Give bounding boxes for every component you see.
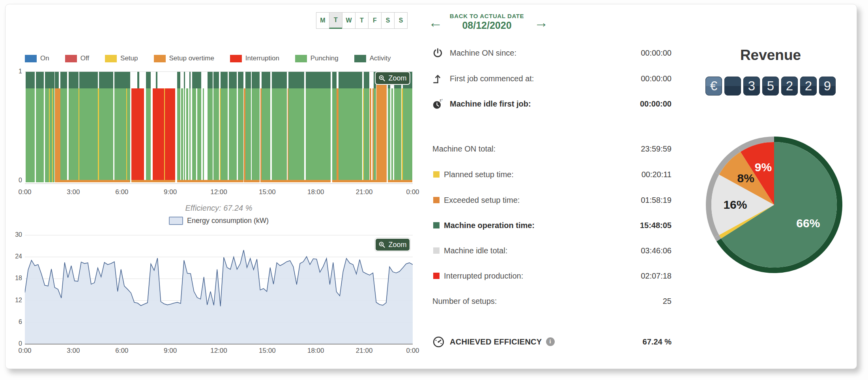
revenue-digit-tile [724,77,741,95]
power-icon [432,48,450,58]
energy-y-tick-label: 30 [9,231,22,238]
day-tab-4[interactable]: F [368,12,382,29]
stat-row: Exceeded setup time:01:58:19 [432,192,672,208]
dashboard-card: MTWTFSS ← BACK TO ACTUAL DATE 08/12/2020… [5,4,857,369]
legend-item-1: Off [65,54,89,62]
energy-y-tick-label: 24 [9,253,22,260]
punching-segment [184,88,185,182]
next-day-arrow-icon[interactable]: → [534,15,548,30]
punching-segment [288,88,304,182]
interruption-segment [153,88,164,182]
energy-zoom-label: Zoom [388,241,406,249]
overtime-segment [55,88,60,182]
stat-value: 02:07:18 [641,271,672,281]
punching-segment [203,88,204,182]
punching-segment [189,88,191,182]
activity-segment [221,72,228,88]
status-color-swatch [433,247,440,254]
punching-segment [26,88,35,182]
activity-segment [45,72,54,88]
x-tick-label: 6:00 [115,347,128,355]
stat-value: 01:58:19 [641,196,672,205]
first-job-icon [432,73,450,84]
legend-item-2: Setup [105,54,138,62]
legend-label: Setup [120,54,138,62]
stat-row: Machine operation time:15:48:05 [432,217,672,234]
x-tick-label: 0:00 [18,188,31,196]
energy-y-tick-label: 12 [9,297,22,304]
status-color-swatch [433,171,440,178]
timeline-x-axis [25,183,413,184]
revenue-digit-tile: 9 [819,77,836,95]
x-tick-label: 15:00 [259,188,276,196]
punching-segment [60,88,67,182]
energy-zoom-button[interactable]: Zoom [375,238,410,251]
energy-consumption-chart[interactable] [25,233,413,348]
stat-label: Achieved efficiency [450,337,542,346]
day-tab-2[interactable]: W [342,12,355,29]
stat-value: 00:20:11 [642,170,672,179]
x-tick-label: 0:00 [406,347,419,355]
stat-value: 03:46:06 [641,246,672,255]
machine-state-timeline-chart[interactable] [25,71,413,184]
legend-label: Interruption [245,54,279,62]
stat-label: Machine ON since: [450,49,516,58]
activity-segment [306,72,331,88]
currency-tile: € [705,77,722,95]
activity-segment [288,72,304,88]
magnifier-plus-icon [378,75,385,82]
day-tab-0[interactable]: M [316,12,329,29]
day-tab-6[interactable]: S [394,12,408,29]
punching-segment [394,88,401,182]
legend-swatch [295,55,307,62]
activity-segment [99,72,114,88]
punching-segment [99,88,114,182]
energy-legend-swatch [169,217,183,225]
day-tab-3[interactable]: T [355,12,369,29]
punching-segment [127,88,130,182]
day-tab-1[interactable]: T [329,12,342,29]
activity-segment [192,72,202,88]
revenue-counter: €35229 [705,77,836,95]
timeline-zoom-button[interactable]: Zoom [375,71,410,85]
idle-clock-icon: zz [432,98,450,110]
interruption-segment [131,88,144,182]
activity-segment [339,72,362,88]
x-tick-label: 0:00 [18,347,31,355]
stat-label: Machine idle first job: [450,99,531,109]
x-tick-label: 21:00 [356,347,373,355]
revenue-digit-tile: 2 [800,77,817,95]
activity-segment [272,72,287,88]
current-date: 08/12/2020 [440,20,534,31]
back-to-actual-date-label: BACK TO ACTUAL DATE [440,13,534,19]
day-tab-5[interactable]: S [381,12,395,29]
info-icon[interactable]: i [546,337,555,346]
back-to-actual-date[interactable]: BACK TO ACTUAL DATE 08/12/2020 [440,13,534,31]
pie-slice-label: 16% [723,198,747,211]
revenue-pie-chart: 66%16%8%9% [705,135,844,274]
activity-segment [229,72,237,88]
x-tick-label: 6:00 [115,188,128,196]
legend-item-6: Activity [354,54,391,62]
revenue-digit-tile: 5 [762,77,779,95]
legend-swatch [230,55,242,62]
stat-value: 23:59:59 [641,144,672,153]
stat-row: Interrupted production:02:07:18 [432,268,672,284]
punching-segment [186,88,188,182]
activity-segment [364,72,369,88]
x-tick-label: 0:00 [406,188,419,196]
legend-swatch [354,55,366,62]
x-tick-label: 9:00 [164,188,177,196]
status-color-swatch [433,273,440,279]
magnifier-plus-icon [378,241,385,248]
punching-segment [388,88,391,182]
legend-swatch [154,55,166,62]
activity-segment [189,72,191,88]
pie-slice-label: 9% [755,161,772,174]
timeline-zoom-label: Zoom [388,74,406,82]
setup-baseline-segment [388,180,412,182]
status-color-swatch [433,197,440,203]
stat-value: 00:00:00 [641,49,672,58]
energy-y-tick-label: 18 [9,275,22,282]
timeline-y-max-label: 1 [12,68,22,75]
